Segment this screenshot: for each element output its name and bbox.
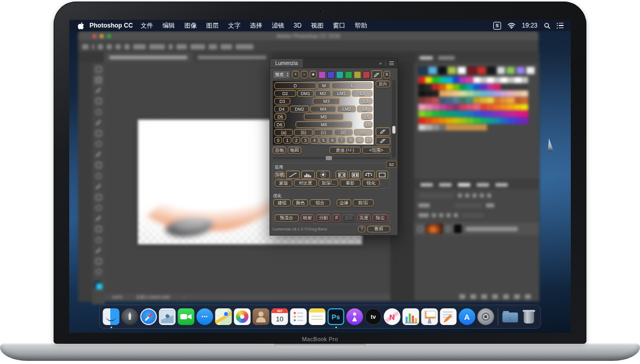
option-control[interactable] — [107, 44, 112, 49]
menu-item-滤镜[interactable]: 滤镜 — [267, 22, 289, 29]
color-swatch[interactable] — [432, 124, 439, 131]
color-swatch[interactable] — [418, 84, 425, 90]
mask-button-D3[interactable]: D3 — [274, 98, 290, 105]
mask-button-D[interactable]: D — [274, 82, 316, 89]
color-swatch[interactable] — [439, 104, 446, 110]
dock-item-appletv[interactable]: tv — [365, 308, 382, 325]
dock-item-downloads[interactable]: ↓ — [502, 308, 519, 325]
color-swatch[interactable] — [507, 84, 514, 90]
shape-tool-icon[interactable] — [95, 248, 101, 254]
color-swatch[interactable] — [453, 104, 459, 110]
color-swatch[interactable] — [425, 84, 432, 90]
swatch-preset[interactable] — [428, 67, 437, 74]
healing-tool-icon[interactable] — [95, 130, 101, 136]
color-swatch[interactable] — [466, 84, 473, 90]
balance-icon-button[interactable] — [363, 171, 375, 179]
color-swatch[interactable] — [494, 111, 501, 117]
swatches-panel-tabs[interactable] — [414, 53, 539, 63]
option-control[interactable] — [92, 44, 94, 49]
color-swatch[interactable] — [466, 77, 473, 83]
color-swatch[interactable] — [418, 124, 425, 131]
color-swatch[interactable] — [515, 124, 521, 131]
notification-center-icon[interactable] — [557, 23, 564, 29]
apply-button-3[interactable]: 晕影 — [340, 179, 361, 187]
menu-item-编辑[interactable]: 编辑 — [158, 22, 180, 29]
color-swatch[interactable] — [453, 111, 459, 117]
color-swatch[interactable] — [446, 118, 453, 124]
marquee-tool-icon[interactable] — [95, 77, 101, 83]
subtract-mask-button[interactable]: − — [301, 71, 308, 79]
blend-mode-select[interactable] — [418, 192, 455, 199]
eyedropper-button-1[interactable] — [376, 127, 390, 136]
tutorial-button[interactable]: 教程 — [367, 226, 390, 232]
swatch-preset[interactable] — [526, 67, 535, 74]
color-swatch[interactable] — [459, 90, 466, 97]
color-swatch[interactable] — [425, 97, 432, 103]
swatch-preset[interactable] — [418, 67, 427, 74]
refine-button-0[interactable]: 建组 — [273, 199, 291, 206]
color-swatch[interactable] — [439, 118, 446, 124]
option-control[interactable] — [124, 44, 130, 49]
menu-item-文字[interactable]: 文字 — [223, 22, 245, 29]
color-swatch[interactable] — [501, 97, 507, 103]
level-button-9[interactable]: 9 — [355, 137, 363, 144]
color-swatch[interactable] — [432, 77, 439, 83]
mask-level-slider[interactable] — [273, 156, 390, 160]
mask-button-L5[interactable]: L5 — [361, 113, 373, 120]
panel-menu-icon[interactable] — [389, 61, 394, 66]
color-swatch[interactable] — [432, 118, 439, 124]
color-swatch[interactable] — [480, 90, 487, 97]
preblend-button[interactable]: 预混合 — [275, 214, 299, 222]
color-swatch[interactable] — [473, 104, 480, 110]
mask-button-LM1[interactable]: LM1 — [332, 90, 351, 97]
color-swatch[interactable] — [487, 84, 494, 90]
swatch-preset[interactable] — [438, 67, 447, 74]
swatch-preset[interactable] — [477, 67, 486, 74]
color-swatch[interactable] — [432, 111, 439, 117]
zone-button-e[interactable]: (e) — [354, 129, 373, 136]
color-swatch[interactable] — [494, 104, 501, 110]
color-swatch[interactable] — [507, 111, 514, 117]
lumenzia-tab[interactable]: Lumenzia — [270, 59, 303, 68]
options-bar[interactable] — [78, 41, 539, 52]
mask-button-DM1[interactable]: DM1 — [297, 90, 314, 97]
foreground-background-colors[interactable] — [94, 281, 103, 290]
crop-tool-icon[interactable] — [95, 109, 101, 115]
mask-button-DM2[interactable]: DM2 — [290, 106, 309, 112]
dock-item-photos[interactable] — [234, 308, 251, 325]
pen-tool-icon[interactable] — [95, 215, 101, 222]
swatch-preset[interactable] — [516, 67, 525, 74]
favorite-button[interactable]: ★ — [310, 71, 317, 79]
color-swatch[interactable] — [439, 124, 446, 131]
color-swatch[interactable] — [439, 90, 446, 97]
color-swatch[interactable] — [480, 97, 487, 103]
mask-button-L4[interactable]: L4 — [357, 106, 373, 112]
clone-stamp-tool-icon[interactable] — [95, 151, 101, 158]
color-swatch[interactable] — [466, 104, 473, 110]
level-button-8[interactable]: 8 — [347, 137, 354, 144]
color-swatch[interactable] — [521, 124, 528, 131]
help-button[interactable]: ? — [358, 226, 365, 232]
curves-icon-button[interactable] — [286, 171, 300, 179]
color-swatch[interactable] — [501, 111, 507, 117]
background-color[interactable] — [96, 283, 103, 290]
mask-button-M2[interactable]: M2 — [315, 90, 331, 97]
action-button-亮度[interactable]: 亮度 — [357, 214, 370, 222]
scrollbar-thumb[interactable] — [392, 126, 395, 134]
lock-row[interactable] — [414, 209, 539, 219]
zone-button-b[interactable]: (b) — [294, 129, 313, 136]
lasso-tool-icon[interactable] — [95, 87, 101, 94]
level-button-5[interactable]: 5 — [319, 137, 327, 144]
dock-item-pages[interactable] — [440, 308, 457, 325]
swatch-preset[interactable] — [457, 67, 466, 74]
color-swatch[interactable] — [494, 124, 501, 131]
dock-item-messages[interactable]: ••• — [197, 308, 213, 325]
action-button-If[interactable]: If — [332, 214, 340, 222]
dock-item-finder[interactable] — [103, 308, 120, 325]
lumenzia-header[interactable]: Lumenzia » | — [270, 58, 398, 68]
color-swatch[interactable] — [418, 97, 425, 103]
color-swatch[interactable] — [487, 118, 494, 124]
color-swatch[interactable] — [425, 77, 432, 83]
window-titlebar[interactable]: Adobe Photoshop CC 2018 — [78, 31, 539, 41]
mask-button-D6[interactable]: D6 — [274, 121, 285, 128]
